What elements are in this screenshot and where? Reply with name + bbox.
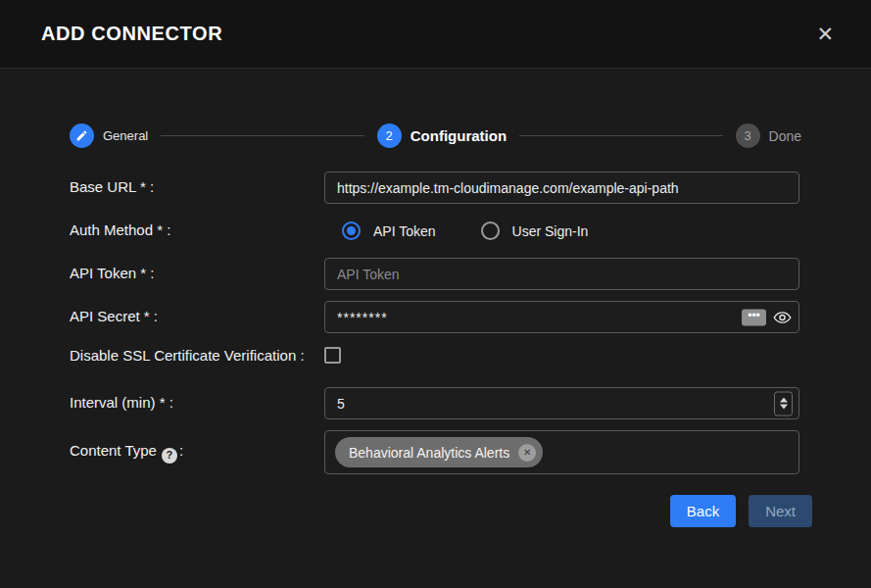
stepper-up-icon[interactable] [780, 398, 788, 403]
auth-option-user-signin[interactable]: User Sign-In [481, 221, 589, 240]
interval-row: Interval (min) * : [70, 387, 799, 419]
api-token-input[interactable] [324, 258, 799, 290]
content-type-input[interactable]: Behavioral Analytics Alerts ✕ [324, 430, 799, 474]
auth-option-user-signin-label: User Sign-In [512, 223, 589, 239]
stepper: General 2 Configuration 3 Done [0, 123, 871, 148]
base-url-label: Base URL * : [70, 177, 324, 197]
auth-method-options: API Token User Sign-In [324, 221, 588, 240]
dialog-title: ADD CONNECTOR [41, 23, 222, 45]
base-url-row: Base URL * : [70, 172, 799, 204]
close-icon[interactable]: ✕ [812, 20, 838, 48]
base-url-input[interactable] [324, 172, 799, 204]
step-number-2: 2 [377, 123, 402, 148]
pencil-icon [70, 123, 94, 148]
number-stepper-icon[interactable] [774, 391, 793, 416]
stepper-down-icon[interactable] [780, 405, 788, 410]
step-label-done: Done [769, 128, 801, 144]
content-type-row: Content Type?: Behavioral Analytics Aler… [70, 430, 799, 474]
ssl-verification-label: Disable SSL Certificate Verification : [70, 344, 324, 366]
add-connector-dialog: ADD CONNECTOR ✕ General 2 Configuration … [0, 0, 871, 588]
api-secret-label: API Secret * : [70, 307, 324, 326]
stepper-connector-line [519, 135, 722, 136]
auth-method-label: Auth Method * : [70, 220, 324, 240]
radio-selected-icon [342, 221, 361, 240]
content-type-label-text: Content Type [70, 442, 157, 459]
api-secret-row: API Secret * : ••• [70, 301, 799, 333]
auth-option-api-token[interactable]: API Token [342, 221, 436, 240]
content-type-chip: Behavioral Analytics Alerts ✕ [335, 437, 543, 467]
next-button[interactable]: Next [749, 495, 812, 527]
stepper-connector-line [161, 135, 363, 136]
auth-method-row: Auth Method * : API Token User Sign-In [70, 215, 799, 247]
step-number-3: 3 [736, 123, 760, 148]
ssl-verification-checkbox[interactable] [324, 347, 341, 364]
api-token-label: API Token * : [70, 264, 324, 283]
interval-label: Interval (min) * : [70, 393, 324, 413]
stepper-step-configuration[interactable]: 2 Configuration [377, 123, 507, 148]
step-label-general: General [103, 128, 148, 143]
auth-option-api-token-label: API Token [373, 223, 436, 239]
dialog-footer: Back Next [0, 485, 871, 527]
chip-remove-icon[interactable]: ✕ [518, 444, 536, 462]
stepper-step-done[interactable]: 3 Done [736, 123, 801, 148]
content-type-label-colon: : [179, 442, 183, 459]
back-button[interactable]: Back [670, 495, 736, 527]
step-label-configuration: Configuration [411, 127, 507, 144]
dialog-header: ADD CONNECTOR ✕ [0, 0, 871, 69]
help-icon[interactable]: ? [162, 448, 177, 464]
api-secret-input[interactable] [324, 301, 799, 333]
more-options-icon[interactable]: ••• [742, 309, 766, 325]
chip-label: Behavioral Analytics Alerts [349, 445, 509, 461]
api-token-row: API Token * : [70, 258, 799, 290]
interval-input[interactable] [324, 387, 799, 419]
radio-unselected-icon [481, 221, 500, 240]
show-password-eye-icon[interactable] [773, 308, 792, 326]
ssl-verification-row: Disable SSL Certificate Verification : [70, 344, 799, 376]
stepper-step-general[interactable]: General [70, 123, 148, 148]
connector-form: Base URL * : Auth Method * : API Token U… [0, 148, 871, 474]
content-type-label: Content Type?: [70, 441, 324, 463]
api-secret-field-icons: ••• [742, 308, 792, 326]
